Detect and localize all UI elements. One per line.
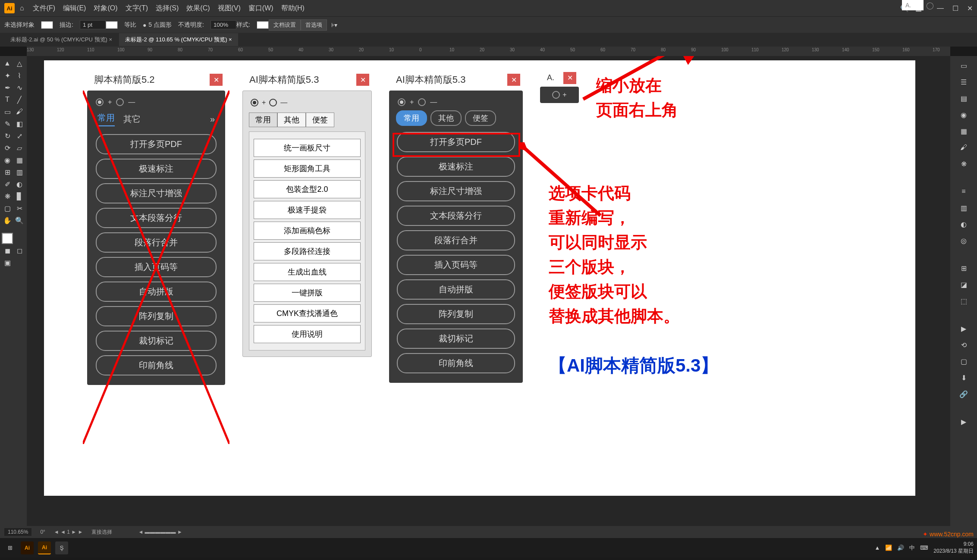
panel2-btn-3[interactable]: 极速手提袋: [254, 201, 361, 219]
style-swatch[interactable]: [257, 21, 269, 29]
menu-help[interactable]: 帮助(H): [281, 4, 305, 13]
radio-off-icon[interactable]: [116, 98, 124, 106]
panel1-btn-7[interactable]: 阵列复制: [96, 306, 217, 326]
panel4-close-button[interactable]: ✕: [563, 72, 576, 84]
prefs-button[interactable]: 首选项: [301, 19, 327, 31]
radio-on-icon[interactable]: [398, 98, 405, 106]
panel3-btn-2[interactable]: 标注尺寸增强: [397, 181, 515, 201]
panel2-tab-other[interactable]: 其他: [277, 113, 306, 127]
gradient-panel-icon[interactable]: ▥: [957, 201, 971, 215]
docked-panel-min[interactable]: A.: [902, 0, 924, 10]
panel2-close-button[interactable]: ✕: [356, 74, 369, 86]
properties-icon[interactable]: ▭: [957, 59, 971, 72]
color-icon[interactable]: ◉: [957, 108, 971, 122]
panel3-btn-7[interactable]: 阵列复制: [397, 304, 515, 324]
panel2-tab-common[interactable]: 常用: [249, 113, 277, 127]
panel1-btn-3[interactable]: 文本段落分行: [96, 208, 217, 228]
shaper-tool[interactable]: ✎: [2, 118, 13, 129]
panel3-close-button[interactable]: ✕: [507, 74, 520, 86]
screen-mode-icon[interactable]: ▣: [2, 257, 13, 268]
panel3-tab-notes[interactable]: 便签: [465, 110, 496, 126]
artboard-nav[interactable]: ◄ ◄ 1 ► ►: [54, 529, 83, 535]
panel2-btn-4[interactable]: 添加画稿色标: [254, 222, 361, 240]
panel2-btn-0[interactable]: 统一画板尺寸: [254, 139, 361, 157]
panel1-btn-6[interactable]: 自动拼版: [96, 282, 217, 302]
panel3-tab-other[interactable]: 其他: [430, 110, 462, 126]
magic-wand-tool[interactable]: ✦: [2, 70, 13, 81]
radio-off-icon[interactable]: [269, 99, 277, 106]
scrollbar-h[interactable]: ◄ ▬▬▬▬▬▬ ►: [138, 529, 182, 535]
panel3-btn-6[interactable]: 自动拼版: [397, 279, 515, 300]
radio-off-icon[interactable]: [552, 91, 560, 99]
canvas-area[interactable]: 脚本精简版5.2 ✕ + — 常用 其它 » 打开多页PDF 极速标注: [27, 56, 950, 526]
play-icon[interactable]: ▶: [957, 415, 971, 429]
panel3-tab-common[interactable]: 常用: [396, 110, 427, 126]
brushes-icon[interactable]: 🖌: [957, 141, 971, 154]
taskbar-app-ai-active[interactable]: Ai: [38, 541, 51, 554]
pen-tool[interactable]: ✒: [2, 82, 13, 93]
menu-view[interactable]: 视图(V): [218, 4, 241, 13]
opacity-input[interactable]: [210, 20, 236, 29]
minimize-icon[interactable]: —: [937, 4, 944, 13]
panel1-btn-0[interactable]: 打开多页PDF: [96, 134, 217, 154]
stroke-panel-icon[interactable]: ≡: [957, 185, 971, 198]
gradient-mode-icon[interactable]: ◻: [14, 245, 25, 256]
panel3-btn-9[interactable]: 印前角线: [397, 353, 515, 373]
maximize-icon[interactable]: ☐: [952, 4, 958, 13]
brush-tool[interactable]: 🖌: [14, 106, 25, 117]
lasso-tool[interactable]: ⌇: [14, 70, 25, 81]
fill-swatch[interactable]: [41, 21, 53, 29]
panel1-close-button[interactable]: ✕: [210, 74, 223, 86]
appearance-icon[interactable]: ◎: [957, 234, 971, 247]
panel1-tab-other[interactable]: 其它: [123, 113, 141, 125]
graph-tool[interactable]: ▊: [14, 191, 25, 202]
home-icon[interactable]: ⌂: [20, 4, 24, 12]
zoom-level[interactable]: 110.65%: [4, 528, 31, 536]
gradient-tool[interactable]: ▥: [14, 166, 25, 178]
libraries-icon[interactable]: ▤: [957, 91, 971, 105]
artboards-panel-icon[interactable]: ▢: [957, 354, 971, 368]
menu-edit[interactable]: 编辑(E): [63, 4, 86, 13]
line-tool[interactable]: ╱: [14, 94, 25, 105]
direct-select-tool[interactable]: △: [14, 58, 25, 69]
eyedropper-tool[interactable]: ✐: [2, 178, 13, 190]
tray-icon-ime[interactable]: 中: [909, 544, 915, 552]
rectangle-tool[interactable]: ▭: [2, 106, 13, 117]
symbol-sprayer-tool[interactable]: ❋: [2, 191, 13, 202]
menu-object[interactable]: 对象(O): [94, 4, 117, 13]
perspective-tool[interactable]: ▦: [14, 154, 25, 166]
slice-tool[interactable]: ✂: [14, 203, 25, 214]
close-icon[interactable]: ✕: [967, 4, 973, 13]
mesh-tool[interactable]: ⊞: [2, 166, 13, 178]
stroke-swatch[interactable]: [106, 21, 118, 29]
fill-stroke-icon[interactable]: [2, 233, 13, 244]
zoom-tool[interactable]: 🔍: [14, 215, 25, 226]
transform-icon[interactable]: ⬚: [957, 294, 971, 308]
selection-tool[interactable]: ▲: [2, 58, 13, 69]
radio-on-icon[interactable]: [96, 98, 104, 106]
panel2-btn-2[interactable]: 包装盒型2.0: [254, 180, 361, 198]
tray-icon-wifi[interactable]: 📶: [885, 544, 892, 551]
layers-icon[interactable]: ☰: [957, 75, 971, 89]
links-icon[interactable]: ⟲: [957, 338, 971, 352]
system-clock[interactable]: 9:06 2023/8/13 星期日: [933, 541, 974, 554]
asset-export-icon[interactable]: ⬇: [957, 371, 971, 385]
doc-tab-2[interactable]: 未标题-2 @ 110.65 % (CMYK/CPU 预览) ×: [119, 33, 238, 46]
taskbar-app-other[interactable]: Ş: [55, 541, 68, 554]
align-icon[interactable]: ⊧▾: [331, 22, 337, 28]
hand-tool[interactable]: ✋: [2, 215, 13, 226]
blend-tool[interactable]: ◐: [14, 178, 25, 190]
panel3-btn-3[interactable]: 文本段落分行: [397, 206, 515, 226]
panel3-btn-4[interactable]: 段落行合并: [397, 230, 515, 250]
symbols-icon[interactable]: ❋: [957, 157, 971, 171]
dock-collapse-icon[interactable]: ◯: [926, 1, 934, 9]
curvature-tool[interactable]: ∿: [14, 82, 25, 93]
scale-tool[interactable]: ⤢: [14, 130, 25, 141]
link-icon[interactable]: 🔗: [957, 387, 971, 401]
radio-on-icon[interactable]: [251, 99, 258, 106]
tray-icon-1[interactable]: ▲: [874, 544, 880, 551]
menu-file[interactable]: 文件(F): [33, 4, 55, 13]
type-tool[interactable]: T: [2, 94, 13, 105]
panel1-btn-4[interactable]: 段落行合并: [96, 232, 217, 253]
taskbar-app-ai[interactable]: Ai: [21, 541, 34, 554]
